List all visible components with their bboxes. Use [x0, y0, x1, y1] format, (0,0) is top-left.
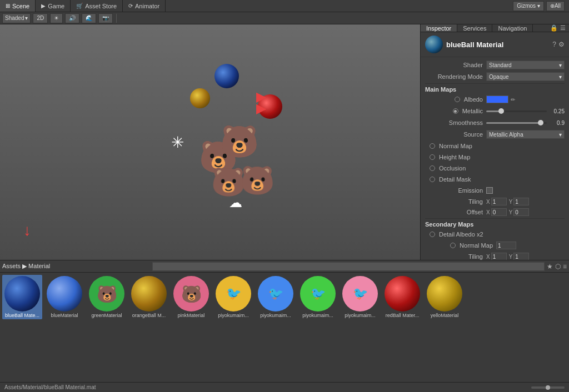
mode-2d-button[interactable]: 2D [33, 13, 48, 23]
gizmos-button[interactable]: Gizmos ▾ [513, 1, 544, 11]
zoom-slider[interactable] [531, 386, 565, 389]
metallic-value: 0.25 [549, 108, 565, 114]
settings-icon[interactable]: ⚙ [558, 41, 565, 48]
asset-label: blueBall Mate... [5, 313, 39, 318]
smoothness-slider[interactable] [486, 122, 547, 124]
metallic-radio[interactable] [453, 108, 458, 114]
metallic-slider[interactable] [486, 110, 547, 112]
emission-checkbox[interactable] [486, 187, 493, 194]
height-map-row: Height Map [425, 152, 565, 163]
cloud-icon: ☁ [229, 195, 242, 210]
camera-button[interactable]: 📷 [98, 13, 113, 23]
inspector-menu-icon[interactable]: ☰ [560, 24, 566, 32]
expand-icon[interactable]: ⬡ [555, 263, 561, 270]
filter-icon[interactable]: ≡ [563, 263, 567, 270]
info-icon[interactable]: ? [552, 41, 556, 48]
layers-button[interactable]: ⊕All [546, 1, 565, 11]
favorites-icon[interactable]: ★ [547, 263, 553, 270]
blue-sphere [214, 64, 239, 88]
normal-map2-radio[interactable] [450, 243, 456, 248]
offset-y-field: Y [509, 208, 530, 216]
sun-icon: ✳ [171, 133, 184, 152]
emission-row: Emission [425, 185, 565, 196]
effects-button[interactable]: 🌊 [82, 13, 96, 23]
shader-row: Shader Standard ▾ [425, 59, 565, 71]
shading-dropdown[interactable]: Shaded ▾ [2, 13, 31, 23]
height-map-label: Height Map [439, 154, 470, 160]
tab-inspector[interactable]: Inspector [421, 24, 457, 32]
asset-thumbnail [4, 276, 40, 311]
albedo-color-swatch[interactable] [486, 96, 508, 103]
material-header: blueBall Material ? ⚙ [421, 32, 569, 57]
list-item[interactable]: 🐦 piyokumaim... [340, 275, 380, 319]
list-item[interactable]: redBall Mater... [382, 275, 422, 319]
tab-navigation[interactable]: Navigation [492, 24, 533, 32]
tiling2-y-field: Y [509, 253, 530, 260]
tiling-y-input[interactable] [513, 198, 529, 205]
inspector-lock-icon[interactable]: 🔒 [550, 24, 558, 32]
asset-thumbnail: 🐦 [300, 276, 336, 311]
metallic-thumb[interactable] [498, 108, 504, 114]
offset-x-input[interactable] [491, 208, 507, 216]
tiling2-x-input[interactable] [491, 253, 507, 260]
asset-label: blueMaterial [51, 313, 78, 318]
offset-y-input[interactable] [513, 208, 529, 216]
normal-map2-content [496, 242, 565, 249]
tab-animator[interactable]: ⟳ Animator [123, 0, 166, 12]
tiling-x-input[interactable] [491, 198, 507, 205]
list-item[interactable]: blueMaterial [44, 275, 84, 319]
eyedropper-icon[interactable]: ✏ [511, 97, 515, 103]
normal-map2-row: Normal Map [425, 240, 565, 251]
shader-dropdown[interactable]: Standard ▾ [486, 61, 565, 69]
status-path: Assets/Material/blueBall Material.mat [4, 384, 96, 390]
metallic-label: Metallic [425, 108, 486, 114]
shader-chevron-icon: ▾ [559, 62, 562, 68]
asset-label: yelloMaterial [431, 313, 459, 318]
asset-label: pinkMaterial [178, 313, 205, 318]
asset-thumbnail: 🐻 [89, 276, 124, 311]
rendering-chevron-icon: ▾ [559, 74, 562, 80]
height-map-radio[interactable] [430, 154, 435, 160]
normal-map-radio[interactable] [430, 143, 435, 149]
list-item[interactable]: 🐦 piyokumaim... [256, 275, 296, 319]
rendering-mode-label: Rendering Mode [425, 73, 486, 80]
tiling2-y-input[interactable] [513, 253, 529, 260]
asset-label: redBall Mater... [386, 313, 420, 318]
rendering-mode-dropdown[interactable]: Opaque ▾ [486, 72, 565, 81]
albedo-radio[interactable] [455, 97, 460, 102]
list-item[interactable]: 🐻 pinkMaterial [171, 275, 211, 319]
list-item[interactable]: yelloMaterial [425, 275, 465, 319]
detail-mask-radio[interactable] [430, 177, 435, 182]
tab-services[interactable]: Services [457, 24, 492, 32]
detail-albedo-radio[interactable] [430, 232, 435, 237]
blue-bear: 🐻 [240, 164, 274, 197]
audio-button[interactable]: 🔊 [65, 13, 79, 23]
smoothness-thumb[interactable] [538, 120, 543, 125]
main-content: ✳ 🐻 🐻 🐻 🐻 ☁ ▶ ▶ ↓ Inspector Services [0, 24, 569, 260]
list-item[interactable]: blueBall Mate... [2, 275, 42, 319]
tab-game[interactable]: ▶ Game [36, 0, 71, 12]
smoothness-value: 0.9 [549, 120, 565, 126]
occlusion-radio[interactable] [430, 165, 435, 171]
list-item[interactable]: 🐻 greenMaterial [87, 275, 127, 319]
asset-label: piyokumaim... [260, 313, 291, 318]
detail-mask-label: Detail Mask [439, 176, 471, 183]
scene-area[interactable]: ✳ 🐻 🐻 🐻 🐻 ☁ ▶ ▶ ↓ [0, 24, 420, 260]
rendering-mode-content: Opaque ▾ [486, 72, 565, 81]
zoom-thumb[interactable] [546, 385, 550, 390]
source-dropdown[interactable]: Metallic Alpha ▾ [486, 130, 565, 139]
list-item[interactable]: 🐦 piyokumaim... [213, 275, 253, 319]
tab-scene[interactable]: ⊞ Scene [0, 0, 36, 12]
normal-map2-label: Normal Map [430, 242, 496, 249]
normal-map2-input[interactable] [496, 242, 516, 249]
smoothness-row: Smoothness 0.9 [425, 117, 565, 128]
smoothness-content: 0.9 [486, 120, 565, 126]
list-item[interactable]: orangeBall M... [129, 275, 169, 319]
source-row: Source Metallic Alpha ▾ [425, 129, 565, 140]
emission-label: Emission [425, 187, 486, 194]
tab-asset-store[interactable]: 🛒 Asset Store [71, 0, 123, 12]
tiling2-fields: X Y [486, 253, 529, 260]
list-item[interactable]: 🐦 piyokumaim... [298, 275, 338, 319]
search-input[interactable] [152, 262, 545, 271]
lighting-button[interactable]: ☀ [50, 13, 63, 23]
